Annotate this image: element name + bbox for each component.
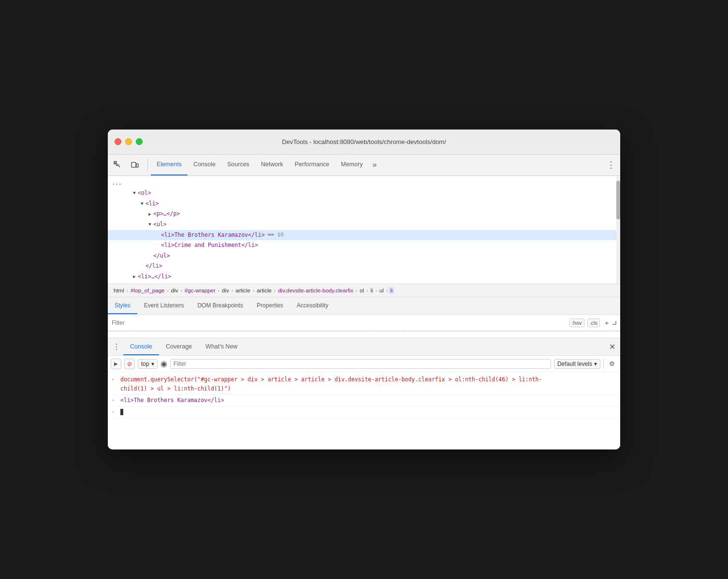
tab-separator xyxy=(147,159,148,172)
console-input-text: document.querySelector("#gc-wrapper > di… xyxy=(120,375,616,393)
dom-expand-arrow[interactable] xyxy=(131,273,138,280)
toolbar-separator xyxy=(603,359,604,369)
scrollbar-track[interactable] xyxy=(616,176,620,284)
console-output: › document.querySelector("#gc-wrapper > … xyxy=(108,372,620,449)
breadcrumb-top-of-page[interactable]: #top_of_page xyxy=(129,287,166,294)
resize-handle[interactable] xyxy=(612,321,616,325)
console-output-arrow: ‹ xyxy=(112,397,118,404)
styles-tabs: Styles Event Listeners DOM Breakpoints P… xyxy=(108,297,620,315)
tab-event-listeners[interactable]: Event Listeners xyxy=(137,297,191,314)
dom-line[interactable]: </li> xyxy=(108,261,620,272)
tab-console[interactable]: Console xyxy=(188,155,221,175)
traffic-lights xyxy=(115,138,143,145)
devtools-tab-bar: Elements Console Sources Network Perform… xyxy=(108,155,620,176)
tab-performance[interactable]: Performance xyxy=(289,155,335,175)
scrollbar-thumb[interactable] xyxy=(616,181,620,219)
tab-memory[interactable]: Memory xyxy=(335,155,368,175)
hov-button[interactable]: :hov xyxy=(569,318,584,327)
console-levels-button[interactable]: Default levels ▾ xyxy=(554,359,600,369)
breadcrumb-div1[interactable]: div xyxy=(169,287,180,294)
dom-ellipsis: ... xyxy=(108,178,620,188)
tab-sources[interactable]: Sources xyxy=(221,155,255,175)
dom-line[interactable]: <ul> xyxy=(108,219,620,230)
styles-filter-input[interactable] xyxy=(112,319,569,326)
title-bar: DevTools - localhost:8080/web/tools/chro… xyxy=(108,130,620,155)
console-block-button[interactable]: ⊘ xyxy=(124,359,135,369)
svg-rect-1 xyxy=(131,162,136,167)
breadcrumb-gc-wrapper[interactable]: #gc-wrapper xyxy=(183,287,218,294)
console-tab-coverage[interactable]: Coverage xyxy=(159,338,199,355)
breadcrumb-div-class[interactable]: div.devsite-article-body.clearfix xyxy=(276,287,355,294)
breadcrumb: html › #top_of_page › div › #gc-wrapper … xyxy=(108,284,620,297)
dom-line[interactable]: <li>Crime and Punishment</li> xyxy=(108,240,620,251)
more-tabs-button[interactable]: » xyxy=(368,155,380,175)
dom-tree[interactable]: ... <ol> <li> <p>…</ xyxy=(108,176,620,284)
dom-line[interactable]: </ul> xyxy=(108,251,620,261)
console-tab-console[interactable]: Console xyxy=(123,338,159,355)
console-eye-button[interactable]: ◉ xyxy=(160,359,167,368)
dom-expand-arrow[interactable] xyxy=(146,211,153,218)
tab-accessibility[interactable]: Accessibility xyxy=(290,297,335,314)
device-toolbar-icon[interactable] xyxy=(127,155,143,175)
console-filter-input[interactable] xyxy=(170,359,551,369)
tab-network[interactable]: Network xyxy=(255,155,289,175)
breadcrumb-li2[interactable]: li xyxy=(388,287,394,294)
devtools-menu-button[interactable]: ⋮ xyxy=(602,155,620,175)
console-prompt-line[interactable]: › xyxy=(108,406,620,418)
maximize-button[interactable] xyxy=(136,138,143,145)
dom-line[interactable]: <p>…</p> xyxy=(108,209,620,219)
svg-rect-2 xyxy=(136,164,138,167)
breadcrumb-ol[interactable]: ol xyxy=(358,287,366,294)
console-prompt-input xyxy=(120,407,616,417)
tab-dom-breakpoints[interactable]: DOM Breakpoints xyxy=(190,297,250,314)
console-input-line: › document.querySelector("#gc-wrapper > … xyxy=(108,374,620,395)
elements-panel: ... <ol> <li> <p>…</ xyxy=(108,176,620,338)
breadcrumb-li1[interactable]: li xyxy=(368,287,375,294)
close-button[interactable] xyxy=(115,138,121,145)
breadcrumb-article1[interactable]: article xyxy=(233,287,252,294)
console-toolbar: ▶ ⊘ top ▾ ◉ Default levels ▾ ⚙ xyxy=(108,356,620,372)
dom-expand-arrow[interactable] xyxy=(131,189,138,197)
dom-line[interactable]: <li> xyxy=(108,199,620,209)
window-title: DevTools - localhost:8080/web/tools/chro… xyxy=(282,138,446,145)
console-output-text: <li>The Brothers Karamazov</li> xyxy=(120,396,616,405)
devtools-window: DevTools - localhost:8080/web/tools/chro… xyxy=(108,130,620,449)
cls-button[interactable]: .cls xyxy=(587,318,600,327)
tab-styles[interactable]: Styles xyxy=(108,297,137,314)
dom-expand-arrow[interactable] xyxy=(139,200,146,207)
console-tab-row: ⋮ Console Coverage What's New ✕ xyxy=(108,338,620,356)
console-settings-button[interactable]: ⚙ xyxy=(607,359,617,369)
console-context-selector[interactable]: top ▾ xyxy=(138,359,158,369)
minimize-button[interactable] xyxy=(125,138,132,145)
console-play-button[interactable]: ▶ xyxy=(111,359,121,369)
breadcrumb-div2[interactable]: div xyxy=(220,287,231,294)
breadcrumb-html[interactable]: html xyxy=(112,287,126,294)
console-menu-button[interactable]: ⋮ xyxy=(110,338,123,355)
dom-line[interactable]: <ol> xyxy=(108,188,620,199)
dom-selected-line[interactable]: <li>The Brothers Karamazov</li> == $0 xyxy=(108,230,620,241)
dom-expand-arrow[interactable] xyxy=(146,221,153,228)
console-prompt-arrow: › xyxy=(112,408,118,416)
dashed-divider xyxy=(108,331,620,338)
inspect-icon[interactable] xyxy=(110,155,125,175)
add-style-button[interactable]: + xyxy=(602,318,612,328)
console-cursor xyxy=(120,409,123,415)
console-close-button[interactable]: ✕ xyxy=(604,338,620,355)
console-panel: ⋮ Console Coverage What's New ✕ ▶ ⊘ top … xyxy=(108,338,620,449)
console-tab-whats-new[interactable]: What's New xyxy=(199,338,244,355)
tab-properties[interactable]: Properties xyxy=(250,297,290,314)
console-input-arrow: › xyxy=(112,376,118,383)
styles-filter-bar: :hov .cls + xyxy=(108,315,620,331)
console-output-line: ‹ <li>The Brothers Karamazov</li> xyxy=(108,395,620,406)
breadcrumb-article2[interactable]: article xyxy=(255,287,274,294)
tab-elements[interactable]: Elements xyxy=(151,155,188,175)
breadcrumb-ul[interactable]: ul xyxy=(378,287,386,294)
dom-line[interactable]: <li>…</li> xyxy=(108,272,620,282)
dom-tree-container: ... <ol> <li> <p>…</ xyxy=(108,176,620,284)
